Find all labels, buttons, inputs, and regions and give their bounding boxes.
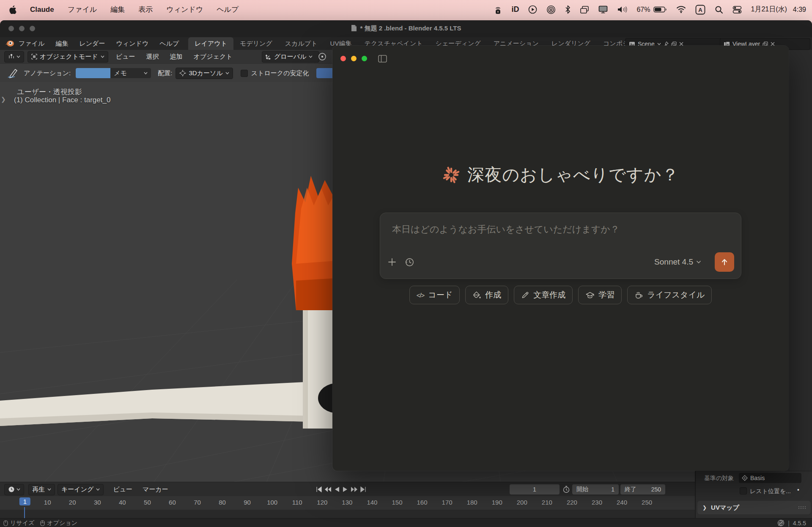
stabilize-stroke-checkbox[interactable]: [241, 70, 248, 77]
annotate-tool-icon[interactable]: [7, 68, 19, 79]
animate-dot[interactable]: •: [797, 486, 799, 493]
prev-key-icon: [324, 486, 332, 492]
workspace-tab[interactable]: モデリング: [233, 37, 279, 50]
pill-create[interactable]: 作成: [465, 286, 508, 304]
attach-button[interactable]: [387, 257, 397, 267]
apple-menu-icon[interactable]: [9, 5, 16, 14]
viewport-menu-item[interactable]: オブジェクト: [194, 53, 233, 61]
rest-position-label: レスト位置を...: [750, 488, 791, 495]
frame-tick: 160: [417, 499, 428, 506]
stopwatch-icon[interactable]: [562, 486, 570, 493]
timeline-view-menu[interactable]: ビュー: [113, 486, 132, 494]
send-arrow-icon: [720, 257, 729, 267]
playback-menu[interactable]: 再生: [28, 484, 55, 495]
placement-selector[interactable]: 3Dカーソル: [176, 68, 233, 79]
viewport-menu-item[interactable]: 追加: [170, 53, 183, 61]
playback-controls[interactable]: [315, 486, 367, 492]
menu-item[interactable]: ヘルプ: [217, 5, 239, 14]
workspace-tab[interactable]: レイアウト: [188, 37, 233, 50]
uvmap-label: UVマップ: [711, 504, 739, 512]
pill-learn[interactable]: 学習: [578, 286, 622, 304]
display-icon[interactable]: [598, 5, 608, 14]
macos-app-menus: ファイル編集表示ウィンドウヘルプ: [68, 5, 239, 14]
blender-menu-item[interactable]: ヘルプ: [159, 40, 179, 48]
play-circle-icon[interactable]: [528, 5, 537, 14]
annotation-label: アノテーション:: [24, 69, 71, 77]
zoom-button[interactable]: [362, 56, 367, 61]
mode-selector[interactable]: オブジェクトモード: [27, 51, 108, 63]
input-source-icon[interactable]: A: [695, 5, 705, 15]
control-center-icon[interactable]: [732, 5, 742, 14]
message-input[interactable]: [391, 222, 723, 249]
playhead-frame[interactable]: 1: [19, 497, 30, 505]
hotspot-lock-icon[interactable]: [494, 5, 502, 14]
blender-menu-item[interactable]: ウィンドウ: [116, 40, 148, 48]
blender-menu-item[interactable]: 編集: [55, 40, 68, 48]
spotlight-search-icon[interactable]: [715, 5, 723, 14]
history-button[interactable]: [405, 257, 414, 267]
frame-tick: 120: [317, 499, 327, 506]
blender-menu-item[interactable]: レンダー: [79, 40, 105, 48]
send-button[interactable]: [715, 252, 734, 272]
chevron-down-icon: [696, 260, 701, 264]
viewport-menu-item[interactable]: 選択: [146, 53, 159, 61]
volume-icon[interactable]: [617, 5, 627, 14]
menu-item[interactable]: ウィンドウ: [166, 5, 203, 14]
model-selector[interactable]: Sonnet 4.5: [654, 257, 701, 267]
menu-item[interactable]: 編集: [110, 5, 125, 14]
bluetooth-icon[interactable]: [565, 5, 571, 14]
code-icon: </>: [417, 292, 425, 299]
message-input-box[interactable]: Sonnet 4.5: [380, 213, 741, 279]
timeline-ruler[interactable]: 1102030405060708090100110120130140150160…: [0, 496, 695, 510]
transform-orientation[interactable]: グローバル: [262, 51, 319, 63]
workspace-tab[interactable]: スカルプト: [279, 37, 324, 50]
menu-item[interactable]: 表示: [138, 5, 153, 14]
frame-tick: 200: [517, 499, 527, 506]
timeline-track-band[interactable]: [0, 510, 695, 518]
document-icon: [351, 25, 357, 32]
playhead-line[interactable]: [24, 507, 25, 518]
orientation-label: グローバル: [274, 53, 306, 61]
end-frame-field[interactable]: 終了250: [620, 484, 665, 494]
expand-arrow-icon[interactable]: ❯: [1, 96, 6, 103]
blender-menus: ファイル編集レンダーウィンドウヘルプ: [19, 40, 179, 48]
note-selector[interactable]: メモ: [110, 68, 151, 78]
pill-lifestyle[interactable]: ライフスタイル: [627, 286, 712, 304]
wifi-icon[interactable]: [676, 6, 686, 13]
current-frame-field[interactable]: 1: [510, 484, 560, 494]
frame-tick: 190: [492, 499, 502, 506]
screen-mirroring-icon[interactable]: [580, 5, 589, 14]
blender-logo-icon[interactable]: [5, 40, 14, 47]
airdrop-icon[interactable]: [546, 5, 556, 14]
frame-tick: 130: [342, 499, 352, 506]
timeline-marker-menu[interactable]: マーカー: [143, 486, 168, 494]
timeline-editor-button[interactable]: [4, 484, 24, 495]
viewport-menu-item[interactable]: ビュー: [116, 53, 135, 61]
active-app-name[interactable]: Claude: [30, 5, 54, 14]
annotation-color-swatch[interactable]: [76, 68, 110, 78]
view-name-overlay: ユーザー・透視投影: [17, 87, 82, 97]
pill-code[interactable]: </> コード: [409, 286, 460, 304]
blender-title-bar[interactable]: * 無題 2 .blend - Blender 4.5.5 LTS: [0, 20, 812, 37]
start-frame-field[interactable]: 開始1: [572, 484, 619, 494]
rest-position-checkbox[interactable]: [740, 487, 747, 494]
frame-tick: 150: [392, 499, 402, 506]
sidebar-toggle-icon[interactable]: [378, 55, 387, 63]
menu-bar-time[interactable]: 4:39: [793, 6, 806, 14]
close-button[interactable]: [340, 56, 346, 61]
id-icon[interactable]: iD: [511, 5, 519, 14]
pill-write[interactable]: 文章作成: [514, 286, 573, 304]
uvmap-panel-header[interactable]: ❯ UVマップ: [697, 501, 811, 514]
blender-menu-item[interactable]: ファイル: [19, 40, 44, 48]
frame-tick: 20: [69, 499, 76, 506]
menu-bar-date[interactable]: 1月21日(水): [751, 5, 787, 14]
next-key-icon: [350, 486, 358, 492]
basis-field[interactable]: Basis: [739, 473, 801, 483]
keying-menu[interactable]: キーイング: [58, 484, 104, 495]
frame-tick: 220: [567, 499, 577, 506]
proportional-edit-icon[interactable]: [318, 52, 326, 61]
minimize-button[interactable]: [351, 56, 357, 61]
menu-item[interactable]: ファイル: [68, 5, 97, 14]
editor-type-button[interactable]: [4, 51, 24, 63]
battery-status[interactable]: 67%: [636, 6, 667, 14]
